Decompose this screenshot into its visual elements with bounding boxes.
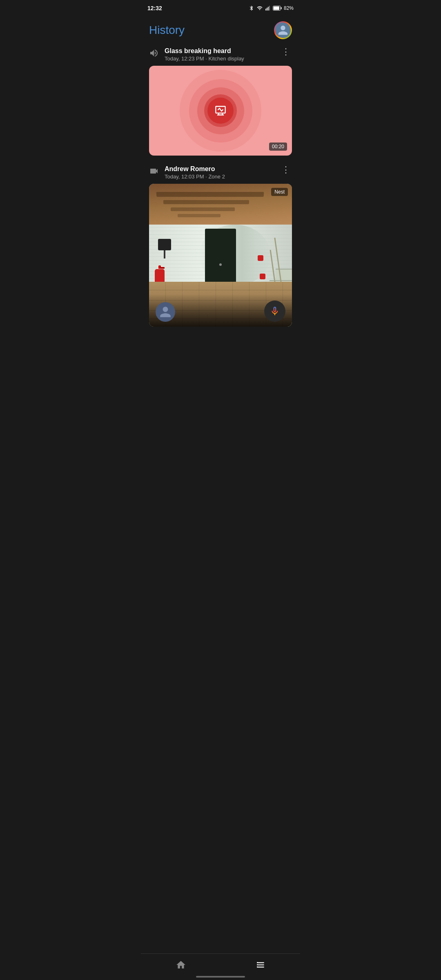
beam-2 (163, 200, 249, 204)
bluetooth-icon (249, 5, 254, 11)
svg-rect-1 (267, 8, 267, 11)
event-header-1: Glass breaking heard Today, 12:23 PM · K… (149, 47, 292, 62)
floor-line-1 (149, 290, 292, 290)
svg-rect-0 (265, 9, 266, 11)
camera-scene: Nest (149, 184, 292, 327)
event-subtitle-2: Today, 12:03 PM · Zone 2 (165, 174, 225, 180)
battery-percent: 82% (284, 5, 294, 11)
speaker-icon (149, 48, 159, 60)
status-time: 12:32 (147, 5, 162, 11)
sound-thumbnail[interactable]: 00:20 (149, 66, 292, 156)
event-info-2: Andrew Romero Today, 12:03 PM · Zone 2 (165, 165, 225, 180)
svg-rect-5 (274, 7, 279, 10)
event-header-2: Andrew Romero Today, 12:03 PM · Zone 2 ⋮ (149, 165, 292, 180)
event-info-1: Glass breaking heard Today, 12:23 PM · K… (165, 47, 244, 62)
event-menu-2[interactable]: ⋮ (280, 165, 292, 174)
event-title-2: Andrew Romero (165, 165, 225, 173)
ripple-animation (180, 70, 261, 151)
event-subtitle-1: Today, 12:23 PM · Kitchen display (165, 56, 244, 62)
event-andrew-romero: Andrew Romero Today, 12:03 PM · Zone 2 ⋮ (141, 162, 300, 333)
wall-lamp (158, 239, 171, 258)
nest-badge: Nest (271, 188, 288, 196)
svg-rect-6 (281, 7, 281, 9)
avatar-image (275, 22, 291, 38)
duration-badge: 00:20 (269, 143, 287, 151)
svg-rect-3 (269, 6, 270, 11)
status-icons: 82% (249, 5, 294, 11)
wifi-icon (256, 5, 263, 11)
event-header-left-2: Andrew Romero Today, 12:03 PM · Zone 2 (149, 165, 225, 180)
door-handle (219, 263, 222, 266)
status-bar: 12:32 82% (141, 0, 300, 15)
battery-icon (273, 5, 282, 11)
camera-icon (149, 166, 159, 178)
camera-thumbnail[interactable]: Nest (149, 184, 292, 327)
event-title-1: Glass breaking heard (165, 47, 244, 55)
event-header-left-1: Glass breaking heard Today, 12:23 PM · K… (149, 47, 244, 62)
person-avatar-camera (156, 302, 175, 322)
camera-overlay-bottom (149, 294, 292, 327)
user-avatar[interactable] (274, 21, 292, 39)
page-title: History (149, 24, 185, 37)
event-menu-1[interactable]: ⋮ (280, 47, 292, 56)
sound-event-icon (207, 98, 234, 124)
beam-3 (171, 207, 235, 211)
event-glass-breaking: Glass breaking heard Today, 12:23 PM · K… (141, 44, 300, 162)
signal-icon (265, 5, 271, 11)
svg-rect-2 (268, 7, 269, 11)
app-header: History (141, 15, 300, 44)
beam-1 (156, 192, 263, 197)
beam-4 (178, 214, 220, 217)
mic-button[interactable] (264, 301, 285, 322)
